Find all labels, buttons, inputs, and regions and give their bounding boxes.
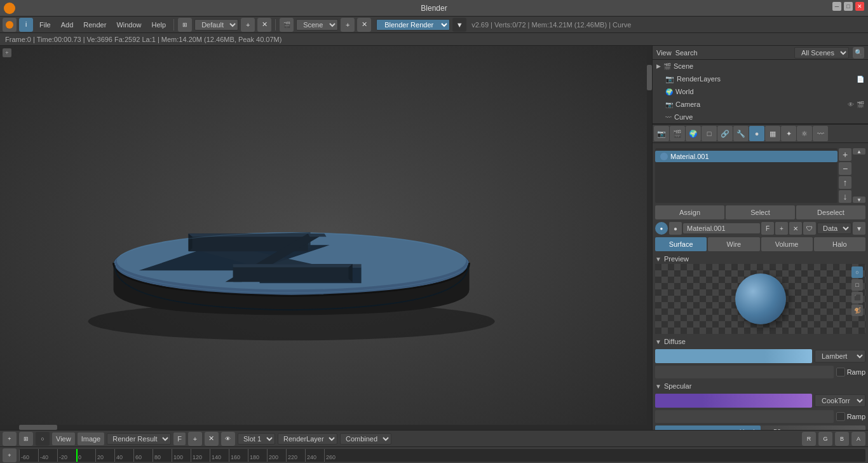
specular-ramp-checkbox[interactable] — [836, 412, 845, 421]
viewport-scrollbar-v[interactable] — [647, 46, 652, 430]
prop-icon-material[interactable]: ● — [749, 126, 764, 141]
menu-add[interactable]: Add — [57, 20, 78, 30]
hardness-slider[interactable]: Hardness: 50 — [655, 425, 865, 430]
engine-settings-icon[interactable]: ▼ — [452, 18, 466, 32]
workspace-selector[interactable]: Default — [194, 19, 238, 31]
material-scroll-up[interactable]: ▲ — [853, 148, 865, 155]
viewport[interactable]: + — [0, 46, 652, 430]
prop-icon-render[interactable]: 📷 — [654, 126, 669, 141]
outliner-search-icon[interactable]: 🔍 — [853, 47, 864, 59]
app-icon[interactable] — [3, 18, 17, 32]
data-menu-btn[interactable]: ▼ — [853, 222, 865, 235]
scene-selector[interactable]: Scene — [296, 19, 338, 31]
menu-help[interactable]: Help — [148, 20, 170, 30]
viewport-scroll-thumb-v[interactable] — [647, 65, 652, 90]
preview-header[interactable]: ▼ Preview — [655, 254, 865, 264]
material-f-btn[interactable]: F — [761, 222, 774, 235]
preview-sphere-icon[interactable]: ○ — [851, 266, 863, 278]
material-copy-btn[interactable]: + — [775, 222, 788, 235]
prop-icon-world[interactable]: 🌍 — [686, 126, 701, 141]
preview-cube-icon[interactable]: ⬛ — [851, 292, 863, 303]
timeline-ruler[interactable]: -60 -40 -20 0 20 40 60 80 100 120 140 16… — [19, 449, 865, 462]
material-scroll-down[interactable]: ▼ — [853, 197, 865, 203]
timeline-corner-icon[interactable]: + — [3, 448, 17, 462]
prop-icon-scene[interactable]: 🎬 — [670, 126, 685, 141]
diffuse-header[interactable]: ▼ Diffuse — [655, 336, 865, 347]
material-icon-btn[interactable]: ● — [669, 222, 682, 235]
deselect-button[interactable]: Deselect — [796, 205, 865, 219]
bottom-icon-a[interactable]: R — [802, 432, 816, 446]
workspace-add-icon[interactable]: + — [241, 18, 255, 32]
bottom-icon2[interactable]: ○ — [36, 432, 50, 446]
diffuse-ramp-check[interactable]: Ramp — [836, 368, 865, 377]
menu-render[interactable]: Render — [79, 20, 110, 30]
material-shield-btn[interactable]: 🛡 — [803, 222, 816, 235]
diffuse-intensity-field[interactable]: Intensity: 0.800 — [655, 366, 834, 378]
prop-icon-modifiers[interactable]: 🔧 — [733, 126, 749, 141]
prop-icon-physics[interactable]: ⚛ — [797, 126, 812, 141]
viewport-scroll-thumb-h[interactable] — [19, 425, 57, 430]
bottom-icon-d[interactable]: A — [851, 432, 865, 446]
data-dropdown[interactable]: Data — [817, 223, 851, 234]
preview-monkey-icon[interactable]: 🐒 — [851, 305, 863, 316]
diffuse-ramp-checkbox[interactable] — [836, 368, 845, 377]
bottom-icon-b[interactable]: G — [818, 432, 832, 446]
bottom-add-icon[interactable]: + — [188, 432, 202, 446]
minimize-button[interactable]: ─ — [832, 2, 841, 11]
outliner-view-btn[interactable]: View — [656, 49, 672, 57]
material-slot[interactable]: Material.001 — [655, 151, 837, 162]
close-button[interactable]: ✕ — [855, 2, 864, 11]
prop-icon-constraints[interactable]: 🔗 — [717, 126, 733, 141]
menu-file[interactable]: File — [36, 20, 55, 30]
bottom-icon-c[interactable]: B — [835, 432, 849, 446]
scene-icon[interactable]: 🎬 — [280, 18, 294, 32]
info-icon[interactable]: i — [19, 18, 33, 32]
combined-selector[interactable]: Combined — [340, 433, 391, 445]
outliner-item-curve[interactable]: 〰 Curve — [661, 111, 868, 123]
outliner-item-camera[interactable]: 📷 Camera 👁 🎬 — [661, 98, 868, 111]
layout-icon[interactable]: ⊞ — [178, 18, 192, 32]
outliner-item-scene[interactable]: ▶ 🎬 Scene — [653, 60, 868, 73]
render-layer-selector[interactable]: RenderLayer — [278, 433, 337, 445]
bottom-f-btn[interactable]: F — [173, 432, 186, 445]
bottom-image-btn[interactable]: Image — [78, 432, 105, 445]
bottom-view-btn[interactable]: View — [52, 432, 75, 445]
camera-vis-icon[interactable]: 👁 — [848, 101, 854, 108]
specular-ramp-check[interactable]: Ramp — [836, 412, 865, 421]
viewport-corner-icon[interactable]: + — [3, 48, 11, 57]
specular-color-swatch[interactable] — [655, 394, 812, 408]
outliner-search-btn[interactable]: Search — [675, 49, 698, 57]
assign-button[interactable]: Assign — [655, 205, 724, 219]
material-up-button[interactable]: ↑ — [839, 176, 851, 189]
wire-tab[interactable]: Wire — [708, 237, 759, 251]
scene-add-icon[interactable]: + — [341, 18, 355, 32]
prop-icon-object[interactable]: □ — [702, 126, 717, 141]
render-engine-selector[interactable]: Blender Render — [376, 19, 450, 31]
halo-tab[interactable]: Halo — [814, 237, 865, 251]
bottom-remove-icon[interactable]: ✕ — [205, 432, 219, 446]
bottom-layout-icon[interactable]: ⊞ — [19, 432, 33, 446]
prop-icon-texture[interactable]: ▦ — [765, 126, 780, 141]
camera-render-icon[interactable]: 🎬 — [857, 101, 864, 108]
prop-icon-particles[interactable]: ✦ — [781, 126, 796, 141]
material-down-button[interactable]: ↓ — [839, 190, 851, 203]
volume-tab[interactable]: Volume — [761, 237, 813, 251]
specular-header[interactable]: ▼ Specular — [655, 381, 865, 391]
scene-remove-icon[interactable]: ✕ — [357, 18, 371, 32]
viewport-scrollbar-h[interactable] — [0, 425, 652, 430]
surface-tab[interactable]: Surface — [655, 237, 707, 251]
diffuse-shader-selector[interactable]: Lambert — [815, 350, 865, 363]
render-result-selector[interactable]: Render Result — [107, 433, 171, 445]
specular-shader-selector[interactable]: CookTorr — [815, 394, 865, 407]
renderlayer-btn[interactable]: 📄 — [857, 76, 864, 83]
slot-selector[interactable]: Slot 1 — [238, 433, 275, 445]
prop-icon-data[interactable]: 〰 — [813, 126, 828, 141]
menu-window[interactable]: Window — [112, 20, 145, 30]
material-add-button[interactable]: + — [839, 148, 851, 161]
bottom-corner-icon[interactable]: + — [3, 432, 17, 446]
maximize-button[interactable]: □ — [844, 2, 853, 11]
specular-intensity-field[interactable]: Intensity: 0.500 — [655, 410, 834, 423]
material-remove-button[interactable]: − — [839, 162, 851, 175]
bottom-view-icon[interactable]: 👁 — [221, 432, 235, 446]
outliner-item-world[interactable]: 🌍 World — [661, 85, 868, 98]
